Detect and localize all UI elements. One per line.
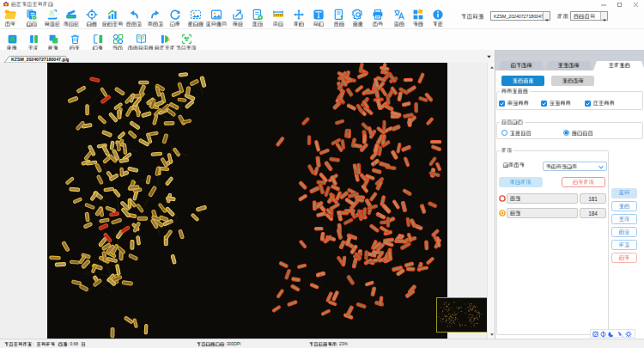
svg-text:: 23%: : 23% <box>337 342 348 346</box>
svg-text::: : <box>32 342 33 346</box>
svg-text:: 300DPI: : 300DPI <box>224 342 240 346</box>
svg-text:: 0.68: : 0.68 <box>68 342 78 346</box>
